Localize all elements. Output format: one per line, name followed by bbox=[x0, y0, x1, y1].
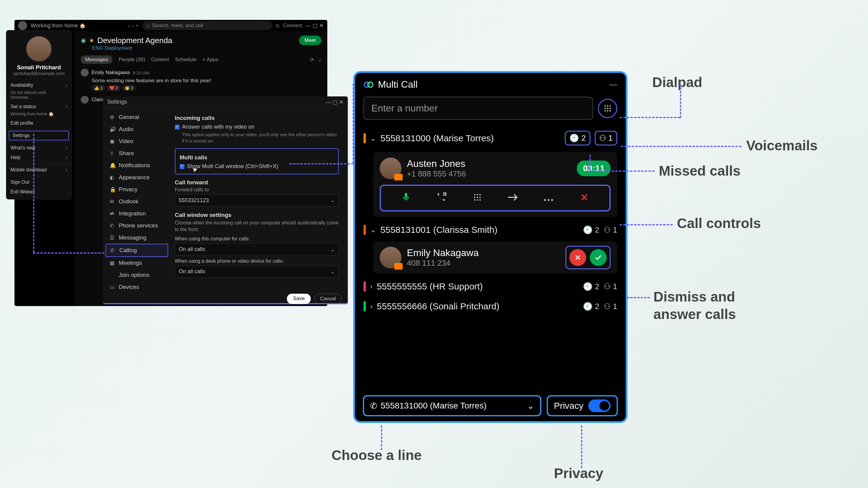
nav-meetings[interactable]: ▦Meetings bbox=[105, 257, 168, 269]
answer-video-checkbox[interactable]: Answer calls with my video on bbox=[175, 124, 339, 130]
status-text[interactable]: Working from home 🏠 bbox=[31, 23, 86, 29]
svg-point-25 bbox=[551, 199, 553, 201]
answer-hint: This option applies only to your video, … bbox=[182, 131, 339, 144]
tab-people[interactable]: People (30) bbox=[119, 57, 145, 63]
profile-avatar bbox=[26, 36, 52, 62]
tab-messages[interactable]: Messages bbox=[81, 56, 113, 64]
svg-point-2 bbox=[604, 105, 606, 107]
chevron-right-icon[interactable]: › bbox=[370, 282, 373, 291]
cancel-button[interactable]: Cancel bbox=[314, 294, 342, 304]
voicemail-badge[interactable]: ⚇1 bbox=[604, 225, 617, 235]
decline-button[interactable] bbox=[569, 249, 586, 266]
line-selector[interactable]: ✆ 5558131000 (Marise Torres) ⌄ bbox=[363, 395, 541, 416]
react[interactable]: ❤️ 2 bbox=[107, 85, 121, 91]
window-controls[interactable]: — ▢ ✕ bbox=[306, 22, 324, 29]
chevron-down-icon[interactable]: ⌄ bbox=[370, 134, 376, 142]
dialpad-button[interactable] bbox=[598, 99, 617, 118]
incoming-header: Incoming calls bbox=[175, 115, 339, 121]
desk-dropdown[interactable]: On all calls⌄ bbox=[175, 266, 339, 278]
nav-integration[interactable]: ⇄Integration bbox=[105, 207, 168, 220]
settings-win-controls[interactable]: — ▢ ✕ bbox=[326, 99, 344, 105]
react[interactable]: 👍 1 bbox=[92, 85, 105, 91]
nav-devices[interactable]: ▭Devices bbox=[105, 281, 168, 293]
search-bar[interactable]: ⌕ Search, meet, and call bbox=[143, 21, 272, 30]
nav-appearance[interactable]: ◐Appearance bbox=[105, 171, 168, 184]
meet-button[interactable]: Meet bbox=[299, 36, 321, 45]
voicemail-badge[interactable]: ⚇1 bbox=[604, 282, 617, 291]
multicall-window: Multi Call — Enter a number ⌄ 5558131000… bbox=[353, 71, 627, 423]
callout-controls: Call controls bbox=[677, 215, 761, 231]
profile-email: spritchard@example.com bbox=[6, 71, 71, 76]
transfer-button[interactable] bbox=[505, 192, 521, 204]
tab-content[interactable]: Content bbox=[151, 57, 169, 63]
svg-point-19 bbox=[479, 196, 481, 198]
svg-point-10 bbox=[610, 110, 611, 111]
chevron-down-icon[interactable]: ⌄ bbox=[370, 226, 376, 234]
multicall-header: Multi calls bbox=[180, 154, 334, 161]
mute-button[interactable] bbox=[398, 192, 414, 204]
more-button[interactable] bbox=[541, 192, 556, 204]
nav-arrows[interactable]: ‹ › + bbox=[128, 22, 139, 29]
checkbox-icon[interactable] bbox=[175, 125, 180, 130]
hold-button[interactable] bbox=[434, 191, 450, 205]
nav-notifications[interactable]: 🔔Notifications bbox=[105, 159, 168, 171]
tab-schedule[interactable]: Schedule bbox=[175, 57, 196, 63]
nav-video[interactable]: ▣Video bbox=[105, 135, 168, 147]
checkbox-icon[interactable] bbox=[180, 164, 184, 169]
answer-button[interactable] bbox=[590, 249, 607, 266]
missed-calls-badge[interactable]: 🕘2 bbox=[583, 302, 599, 311]
voicemail-badge[interactable]: ⚇1 bbox=[604, 302, 617, 311]
keypad-button[interactable] bbox=[470, 192, 485, 204]
leader-line bbox=[352, 84, 354, 163]
nav-calling[interactable]: ✆Calling bbox=[105, 244, 168, 257]
avatar[interactable] bbox=[18, 21, 27, 30]
nav-phone-services[interactable]: ✆Phone services bbox=[105, 220, 168, 232]
availability-row[interactable]: Availability› bbox=[6, 80, 71, 90]
tab-apps[interactable]: + Apps bbox=[203, 57, 218, 63]
voicemail-badge[interactable]: ⚇1 bbox=[595, 131, 617, 145]
callfwd-sub: Forward calls to bbox=[175, 187, 339, 193]
nav-privacy[interactable]: 🔒Privacy bbox=[105, 184, 168, 195]
react[interactable]: 👏 2 bbox=[122, 85, 135, 91]
number-input[interactable]: Enter a number bbox=[364, 97, 593, 120]
missed-calls-badge[interactable]: 🕘2 bbox=[565, 131, 590, 145]
leader-line bbox=[590, 170, 655, 172]
chat-icons[interactable]: ⟳ ⌕ bbox=[310, 57, 321, 63]
nav-share[interactable]: ⇧Share bbox=[105, 147, 168, 159]
fwd-dropdown[interactable]: 5553321123⌄ bbox=[175, 194, 339, 206]
nav-join-options[interactable]: Join options bbox=[105, 269, 168, 281]
nav-messaging[interactable]: ☰Messaging bbox=[105, 232, 168, 244]
exit-app[interactable]: Exit Webex bbox=[6, 187, 71, 197]
edit-profile[interactable]: Edit profile bbox=[6, 119, 71, 128]
nav-general[interactable]: ⚙General bbox=[105, 111, 168, 123]
computer-dropdown[interactable]: On all calls⌄ bbox=[175, 243, 339, 255]
svg-point-14 bbox=[474, 194, 475, 195]
whats-new[interactable]: What's new› bbox=[6, 143, 71, 153]
line-row-3[interactable]: › 5555555555 (HR Support) 🕘2 ⚇1 bbox=[355, 276, 626, 296]
nav-outlook[interactable]: ✉Outlook bbox=[105, 195, 168, 207]
status-row[interactable]: Set a status› bbox=[6, 102, 71, 111]
message-1: Emily Nakagawa 8:20 AM Some exciting new… bbox=[81, 69, 321, 91]
leader-line bbox=[620, 224, 673, 225]
leader-line bbox=[33, 253, 104, 254]
save-button[interactable]: Save bbox=[287, 294, 311, 304]
end-call-button[interactable] bbox=[577, 192, 592, 204]
chevron-right-icon[interactable]: › bbox=[370, 302, 373, 311]
reactions[interactable]: 👍 1 ❤️ 2 👏 2 bbox=[92, 85, 321, 91]
star-icon[interactable]: ★ bbox=[89, 37, 94, 44]
line-row-2[interactable]: ⌄ 5558131001 (Clarissa Smith) 🕘2 ⚇1 bbox=[355, 220, 626, 240]
sign-out[interactable]: Sign Out bbox=[6, 177, 71, 187]
missed-calls-badge[interactable]: 🕘2 bbox=[583, 282, 599, 291]
minimize-button[interactable]: — bbox=[610, 80, 617, 89]
nav-audio[interactable]: 🔊Audio bbox=[105, 123, 168, 135]
chat-subtitle[interactable]: ENG Deployment bbox=[92, 45, 321, 51]
help-item[interactable]: Help› bbox=[6, 153, 71, 162]
privacy-toggle[interactable] bbox=[588, 399, 611, 412]
missed-calls-badge[interactable]: 🕘2 bbox=[583, 225, 599, 235]
line-row-1[interactable]: ⌄ 5558131000 (Marise Torres) 🕘2 ⚇1 bbox=[355, 126, 626, 150]
line-color-bar bbox=[364, 281, 366, 292]
connect-label[interactable]: Connect bbox=[283, 23, 302, 29]
settings-item[interactable]: Settings bbox=[9, 131, 69, 140]
line-row-4[interactable]: › 5555556666 (Sonali Pritchard) 🕘2 ⚇1 bbox=[355, 296, 626, 316]
mobile-download[interactable]: Mobile download› bbox=[6, 165, 71, 175]
